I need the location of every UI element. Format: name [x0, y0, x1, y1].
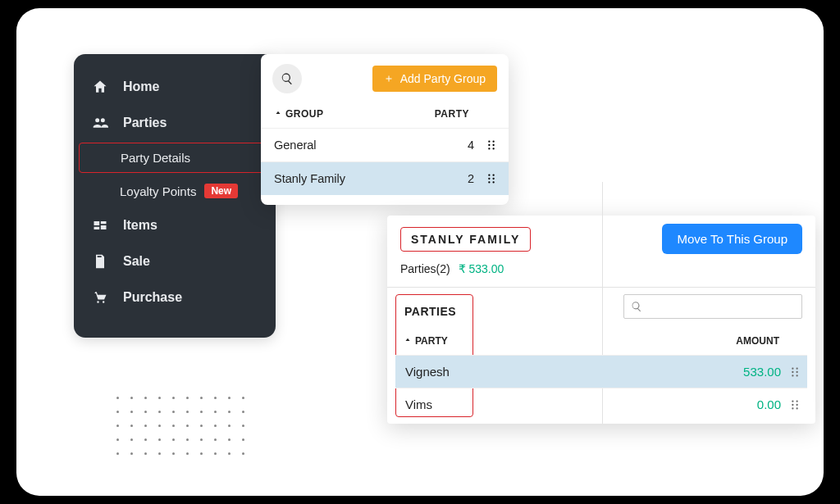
nav-items[interactable]: Items	[74, 207, 276, 243]
parties-count-label: Parties(2)	[400, 262, 450, 275]
group-name: General	[274, 138, 450, 152]
group-count: 2	[450, 172, 474, 185]
nav-parties[interactable]: Parties	[74, 105, 276, 141]
svg-point-20	[792, 403, 793, 405]
svg-point-21	[796, 403, 797, 405]
party-amount: 533.00	[707, 365, 781, 379]
sidebar: Home Parties Party Details Loyalty Point…	[74, 54, 276, 338]
svg-point-17	[796, 375, 797, 376]
sale-icon	[92, 253, 108, 270]
search-field[interactable]	[647, 300, 795, 313]
svg-point-3	[492, 144, 494, 146]
new-badge: New	[204, 184, 238, 198]
parties-total-amount: ₹ 533.00	[459, 262, 504, 275]
people-icon	[92, 115, 108, 131]
groups-table-header: GROUP PARTY	[261, 100, 509, 128]
group-column-header[interactable]: GROUP	[274, 108, 324, 120]
amount-column-header[interactable]: AMOUNT	[736, 335, 779, 347]
nav-label: Items	[123, 218, 158, 233]
move-to-group-button[interactable]: Move To This Group	[662, 224, 802, 254]
svg-point-22	[792, 407, 793, 409]
drag-handle-icon[interactable]	[791, 399, 802, 411]
svg-point-8	[488, 178, 490, 179]
drag-handle-icon[interactable]	[487, 139, 499, 151]
group-row[interactable]: General 4	[261, 128, 509, 161]
svg-point-16	[792, 375, 793, 376]
nav-label: Home	[123, 79, 159, 94]
party-name: Vignesh	[405, 365, 707, 379]
nav-sub-label: Loyalty Points	[120, 184, 196, 198]
drag-handle-icon[interactable]	[791, 366, 802, 378]
plus-icon	[384, 74, 394, 84]
group-name: Stanly Family	[274, 172, 450, 185]
search-icon	[281, 72, 294, 85]
cart-icon	[92, 289, 108, 306]
svg-point-0	[488, 140, 490, 142]
items-icon	[92, 217, 108, 234]
nav-loyalty-points[interactable]: Loyalty Points New	[74, 175, 276, 207]
drag-handle-icon[interactable]	[487, 173, 499, 184]
arrow-up-icon	[404, 337, 412, 345]
nav-home[interactable]: Home	[74, 69, 276, 105]
party-search-input[interactable]	[623, 294, 802, 319]
svg-point-7	[492, 174, 494, 175]
group-count: 4	[450, 138, 474, 152]
svg-point-13	[796, 367, 797, 369]
svg-point-18	[792, 400, 793, 402]
svg-point-11	[492, 181, 494, 183]
nav-sale[interactable]: Sale	[74, 243, 276, 279]
svg-point-4	[488, 148, 490, 149]
party-row[interactable]: Vims 0.00	[395, 388, 807, 420]
home-icon	[92, 79, 108, 95]
arrow-up-icon	[274, 110, 282, 118]
parties-summary: Parties(2) ₹ 533.00	[387, 262, 815, 288]
decorative-dot-grid	[116, 397, 256, 455]
add-party-group-button[interactable]: Add Party Group	[372, 66, 497, 92]
nav-party-details[interactable]: Party Details	[79, 143, 271, 173]
nav-purchase[interactable]: Purchase	[74, 279, 276, 316]
svg-point-2	[488, 144, 490, 146]
nav-sub-label: Party Details	[121, 151, 190, 165]
svg-point-19	[796, 400, 797, 402]
search-button[interactable]	[272, 64, 302, 93]
svg-point-23	[796, 407, 797, 409]
svg-point-5	[492, 148, 494, 149]
svg-point-6	[488, 174, 490, 175]
app-canvas: Home Parties Party Details Loyalty Point…	[16, 8, 824, 496]
nav-label: Parties	[123, 116, 167, 130]
group-row[interactable]: Stanly Family 2	[261, 161, 509, 195]
party-groups-panel: Add Party Group GROUP PARTY General 4 St…	[261, 54, 509, 205]
parties-panel: STANLY FAMILY Move To This Group Parties…	[387, 216, 815, 424]
svg-point-12	[792, 367, 793, 369]
parties-section-title: PARTIES	[396, 303, 472, 336]
party-column-header[interactable]: PARTY	[435, 108, 469, 120]
party-amount: 0.00	[707, 397, 781, 411]
party-column-header[interactable]: PARTY	[404, 335, 448, 347]
nav-label: Purchase	[123, 290, 182, 305]
search-icon	[631, 301, 642, 312]
button-label: Add Party Group	[400, 72, 486, 85]
group-title: STANLY FAMILY	[400, 227, 531, 252]
svg-point-10	[488, 181, 490, 183]
svg-point-14	[792, 370, 793, 372]
party-name: Vims	[405, 397, 707, 411]
party-row[interactable]: Vignesh 533.00	[395, 355, 807, 388]
nav-label: Sale	[123, 254, 150, 269]
svg-point-1	[492, 140, 494, 142]
svg-point-15	[796, 370, 797, 372]
svg-point-9	[492, 178, 494, 179]
